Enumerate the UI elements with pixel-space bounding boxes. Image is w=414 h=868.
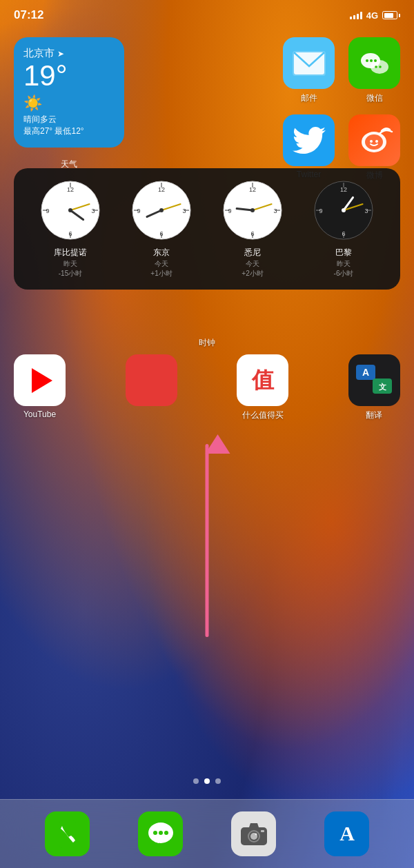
red-placeholder-icon[interactable]	[126, 354, 177, 406]
network-type: 4G	[366, 10, 378, 21]
wechat-label: 微信	[366, 92, 383, 104]
clock-sydney: 12 3 6 9 悉尼 今天 +2小时	[221, 179, 284, 279]
weibo-icon[interactable]	[348, 114, 400, 166]
svg-point-7	[374, 59, 377, 62]
smzdm-label: 什么值得买	[242, 410, 284, 421]
svg-point-37	[159, 208, 164, 212]
svg-point-61	[342, 208, 346, 212]
translate-app[interactable]: A 文 翻译	[348, 354, 400, 421]
twitter-icon[interactable]	[283, 114, 335, 166]
translate-label: 翻译	[366, 410, 382, 421]
youtube-play-icon	[32, 368, 52, 393]
svg-point-6	[370, 59, 373, 62]
svg-text:3: 3	[273, 208, 277, 214]
clock-paris-info: 巴黎 昨天 -6小时	[334, 247, 354, 279]
svg-point-49	[250, 208, 255, 212]
arrow-head	[206, 434, 230, 454]
clock-tokyo-info: 东京 今天 +1小时	[150, 247, 172, 279]
mail-label: 邮件	[301, 92, 317, 104]
smzdm-char: 值	[252, 365, 274, 396]
weather-sun-icon: ☀️	[23, 94, 115, 112]
svg-point-11	[365, 134, 383, 150]
svg-text:6: 6	[68, 230, 72, 237]
page-dot-2	[215, 778, 221, 784]
clock-widget-label: 时钟	[0, 337, 414, 349]
swipe-arrow	[206, 444, 209, 637]
clock-widget[interactable]: 12 3 6 9 库比提诺 昨天 -15小时	[14, 168, 400, 290]
svg-text:6: 6	[342, 230, 345, 237]
battery-icon	[382, 11, 400, 19]
clock-sydney-info: 悉尼 今天 +2小时	[241, 247, 263, 279]
clock-tokyo-svg: 12 3 6 9	[130, 179, 193, 241]
mail-app[interactable]: 邮件	[283, 37, 335, 104]
svg-point-5	[366, 59, 368, 62]
signal-icon	[350, 11, 362, 19]
twitter-svg	[293, 127, 326, 154]
status-time: 07:12	[14, 8, 43, 22]
svg-text:9: 9	[228, 208, 231, 214]
youtube-app[interactable]: YouTube	[14, 354, 66, 421]
clock-kubinuo-info: 库比提诺 昨天 -15小时	[54, 247, 87, 279]
mail-icon[interactable]	[283, 37, 335, 89]
svg-text:6: 6	[250, 230, 254, 237]
smzdm-app[interactable]: 值 什么值得买	[237, 354, 288, 421]
svg-text:文: 文	[379, 383, 386, 391]
weibo-svg	[355, 121, 393, 159]
svg-point-8	[375, 65, 377, 68]
svg-text:9: 9	[137, 208, 140, 214]
svg-text:9: 9	[46, 208, 49, 214]
clock-kubinuo: 12 3 6 9 库比提诺 昨天 -15小时	[39, 179, 101, 279]
svg-point-25	[68, 208, 72, 212]
svg-text:A: A	[362, 367, 369, 378]
page-dot-1	[204, 778, 210, 784]
red-placeholder-app[interactable]	[126, 354, 177, 421]
clock-paris: 12 3 6 9 巴黎 昨天 -6小时	[313, 179, 375, 279]
clock-tokyo: 12 3 6 9 东京 今天 +1小时	[130, 179, 193, 279]
svg-point-9	[379, 65, 382, 68]
youtube-label: YouTube	[23, 410, 56, 419]
wechat-app[interactable]: 微信	[348, 37, 400, 104]
weather-city: 北京市 ➤	[23, 47, 115, 60]
top-right-apps: 邮件 微信	[283, 37, 400, 181]
svg-point-13	[375, 140, 378, 143]
weather-temperature: 19°	[23, 60, 115, 92]
youtube-icon[interactable]	[14, 354, 66, 406]
svg-text:6: 6	[159, 230, 163, 237]
mail-envelope-svg	[293, 51, 326, 76]
translate-icon[interactable]: A 文	[348, 354, 400, 406]
clock-sydney-svg: 12 3 6 9	[221, 179, 284, 241]
wechat-svg	[357, 46, 393, 81]
status-icons: 4G	[350, 10, 400, 21]
arrow-line	[206, 444, 209, 637]
svg-text:12: 12	[158, 186, 165, 193]
page-dot-0	[193, 778, 199, 784]
svg-text:12: 12	[340, 186, 347, 193]
wechat-icon[interactable]	[348, 37, 400, 89]
svg-point-12	[370, 140, 373, 143]
translate-svg: A 文	[355, 363, 393, 398]
svg-text:3: 3	[91, 208, 95, 214]
svg-text:9: 9	[319, 208, 322, 214]
app-row-1: 邮件 微信	[283, 37, 400, 104]
svg-text:3: 3	[182, 208, 186, 214]
content-area: 北京市 ➤ 19° ☀️ 晴间多云 最高27° 最低12° 天气	[0, 30, 414, 868]
svg-text:12: 12	[249, 186, 256, 193]
svg-text:12: 12	[67, 186, 74, 193]
page-dots	[0, 778, 414, 784]
clock-kubinuo-svg: 12 3 6 9	[39, 179, 101, 241]
clock-paris-svg: 12 3 6 9	[313, 179, 375, 241]
svg-text:3: 3	[364, 208, 368, 214]
second-row-apps: YouTube 值 什么值得买 A 文 翻译	[14, 354, 400, 421]
weather-widget[interactable]: 北京市 ➤ 19° ☀️ 晴间多云 最高27° 最低12°	[14, 37, 124, 148]
weather-description: 晴间多云 最高27° 最低12°	[23, 114, 115, 137]
status-bar: 07:12 4G	[0, 0, 414, 30]
smzdm-icon[interactable]: 值	[237, 354, 288, 406]
